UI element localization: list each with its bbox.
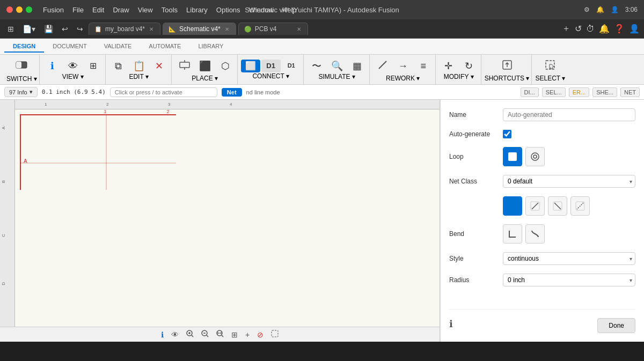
- place-wire-button[interactable]: ⬛: [195, 57, 215, 75]
- history-button[interactable]: ⏱: [586, 24, 595, 34]
- d1b-button[interactable]: D1: [282, 60, 301, 72]
- grid-view-icon: ⊞: [90, 62, 97, 70]
- menu-view[interactable]: View: [138, 6, 153, 14]
- bt-stop-button[interactable]: ⊘: [255, 329, 266, 340]
- bt-info-button[interactable]: ℹ: [159, 329, 166, 340]
- maximize-button[interactable]: [26, 6, 32, 13]
- info-view-button[interactable]: ℹ: [43, 59, 62, 73]
- menu-tools[interactable]: Tools: [162, 6, 178, 14]
- shortcuts-button[interactable]: [497, 57, 517, 75]
- refresh-button[interactable]: ↺: [575, 24, 582, 34]
- loop-circle-button[interactable]: [525, 147, 545, 166]
- tab-automate[interactable]: AUTOMATE: [140, 41, 189, 53]
- redo-button[interactable]: ↪: [74, 23, 86, 35]
- select-button[interactable]: [540, 57, 560, 75]
- panel-info-icon[interactable]: ℹ: [449, 318, 453, 333]
- settings-icon[interactable]: ⚙: [584, 6, 590, 13]
- autogenerate-checkbox[interactable]: [503, 130, 511, 138]
- style-select[interactable]: continuous: [503, 252, 635, 265]
- net-button[interactable]: ⬜: [241, 60, 260, 72]
- radius-select[interactable]: 0 inch: [503, 274, 635, 286]
- di-status[interactable]: DI...: [521, 87, 539, 97]
- tab-my-board[interactable]: 📋 my_board v4* ✕: [89, 23, 160, 35]
- d1-icon: D1: [266, 62, 275, 69]
- d1-button[interactable]: D1: [261, 60, 281, 72]
- add-component-button[interactable]: [175, 57, 194, 75]
- delete-button[interactable]: ✕: [150, 59, 169, 73]
- probe-button[interactable]: 🔍: [327, 59, 347, 73]
- close-button[interactable]: [6, 6, 13, 13]
- rework1-button[interactable]: [373, 57, 392, 75]
- eye-button[interactable]: 👁: [63, 59, 83, 73]
- tab-bar: ⊞ 📄▾ 💾 ↩ ↪ 📋 my_board v4* ✕ 📐 Schematic …: [0, 19, 644, 39]
- menu-options[interactable]: Options: [216, 6, 240, 14]
- canvas-area[interactable]: 1 2 3 4 A B C D A B C D A: [0, 100, 440, 342]
- menu-library[interactable]: Library: [186, 6, 208, 14]
- loop-filled-button[interactable]: [503, 147, 522, 166]
- user-avatar[interactable]: 👤: [629, 24, 640, 34]
- radius-label: Radius: [449, 276, 503, 284]
- net-class-select[interactable]: 0 default: [503, 175, 635, 188]
- modify-group: ✛ ↻ MODIFY ▾: [437, 55, 481, 84]
- menu-draw[interactable]: Draw: [113, 6, 129, 14]
- sim-grid-button[interactable]: ▦: [348, 59, 367, 73]
- menu-edit[interactable]: Edit: [92, 6, 104, 14]
- user-icon[interactable]: 👤: [611, 6, 619, 13]
- new-file-button[interactable]: 📄▾: [19, 23, 39, 35]
- grid-view-button[interactable]: ⊞: [84, 59, 103, 73]
- command-input[interactable]: [110, 87, 217, 97]
- schematic-tab-close[interactable]: ✕: [224, 26, 230, 32]
- help-button[interactable]: ❓: [614, 24, 625, 34]
- rework2-button[interactable]: →: [393, 57, 413, 75]
- tab-schematic[interactable]: 📐 Schematic v4* ✕: [163, 23, 236, 35]
- bt-select-button[interactable]: [269, 329, 281, 340]
- rework3-button[interactable]: ≡: [414, 57, 433, 75]
- tab-library[interactable]: LIBRARY: [189, 41, 232, 53]
- style-solid-button[interactable]: [503, 196, 522, 216]
- my-board-tab-close[interactable]: ✕: [148, 26, 155, 32]
- info-dropdown[interactable]: 97 Info ▾: [4, 87, 38, 97]
- er-status[interactable]: ER...: [569, 87, 589, 97]
- bt-zoom-out-button[interactable]: [199, 329, 211, 340]
- move-button[interactable]: ✛: [439, 59, 458, 73]
- style-diag1-button[interactable]: [525, 196, 545, 216]
- sel-status[interactable]: SEL...: [542, 87, 566, 97]
- tab-document[interactable]: DOCUMENT: [44, 41, 96, 53]
- she-status[interactable]: SHE...: [592, 87, 617, 97]
- pcb-tab-close[interactable]: ✕: [296, 26, 302, 32]
- net-status[interactable]: NET: [620, 87, 640, 97]
- minimize-button[interactable]: [16, 6, 23, 13]
- undo-button[interactable]: ↩: [58, 23, 71, 35]
- menu-file[interactable]: File: [72, 6, 84, 14]
- name-input[interactable]: [503, 108, 635, 121]
- menu-fusion[interactable]: Fusion: [43, 6, 64, 14]
- paste-button[interactable]: 📋: [129, 59, 149, 73]
- style-label: Style: [449, 255, 503, 262]
- style-diag3-button[interactable]: [570, 196, 590, 216]
- tab-design[interactable]: DESIGN: [4, 41, 44, 53]
- add-tab-button[interactable]: ＋: [562, 23, 570, 34]
- bend-corner-button[interactable]: [503, 224, 522, 244]
- grid-menu-button[interactable]: ⊞: [4, 23, 17, 35]
- bt-eye-button[interactable]: 👁: [169, 329, 181, 340]
- notification-btn[interactable]: 🔔: [599, 24, 610, 34]
- bt-grid-button[interactable]: ⊞: [229, 329, 240, 340]
- bt-zoom-in-button[interactable]: [184, 329, 196, 340]
- svg-line-118: [207, 335, 208, 337]
- copy-button[interactable]: ⧉: [109, 59, 128, 73]
- rotate-button[interactable]: ↻: [459, 59, 479, 73]
- tab-validate[interactable]: VALIDATE: [96, 41, 141, 53]
- select-icon: [544, 59, 556, 72]
- simulate-button[interactable]: 〜: [307, 59, 326, 73]
- style-diag2-button[interactable]: [548, 196, 567, 216]
- save-button[interactable]: 💾: [41, 23, 56, 35]
- tab-pcb[interactable]: 🟢 PCB v4 ✕: [238, 23, 308, 35]
- place3-button[interactable]: ⬡: [216, 57, 235, 75]
- svg-rect-129: [508, 202, 517, 210]
- bt-crosshair-button[interactable]: +: [243, 329, 252, 340]
- switch-button[interactable]: [12, 56, 31, 75]
- bend-s-curve-button[interactable]: [525, 224, 545, 244]
- bt-zoom-fit-button[interactable]: [214, 329, 226, 340]
- done-button[interactable]: Done: [597, 318, 635, 333]
- notification-icon[interactable]: 🔔: [596, 6, 604, 13]
